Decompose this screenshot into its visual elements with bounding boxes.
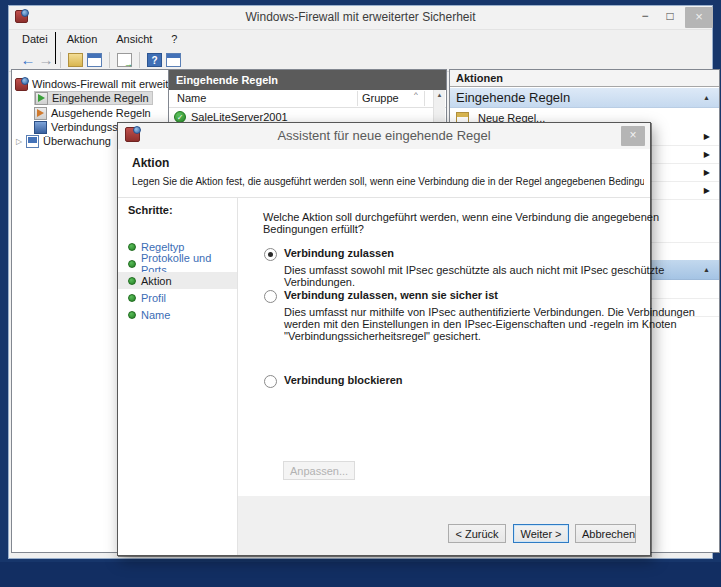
new-window-icon[interactable]: [166, 53, 181, 67]
submenu-arrow-icon: ▶: [704, 186, 710, 195]
step-label: Aktion: [141, 275, 172, 287]
wizard-footer: < Zurück Weiter > Abbrechen: [238, 496, 650, 555]
sort-indicator: ^: [414, 90, 418, 99]
wizard-content: Welche Aktion soll durchgeführt werden, …: [239, 198, 650, 496]
toolbar-separator: [60, 52, 61, 68]
tree-item-label: Überwachung: [43, 135, 111, 147]
new-inbound-rule-wizard: Assistent für neue eingehende Regel × Ak…: [117, 122, 651, 556]
actions-section-label: Eingehende Regeln: [456, 90, 570, 105]
step-bullet-icon: [128, 260, 136, 268]
rules-panel-title: Eingehende Regeln: [169, 70, 446, 90]
radio-allow-connection[interactable]: [264, 248, 277, 261]
scroll-up-icon[interactable]: ▲: [434, 92, 445, 98]
main-title-bar[interactable]: Windows-Firewall mit erweiterter Sicherh…: [9, 6, 712, 30]
tree-item-monitoring[interactable]: ▷ Überwachung: [16, 134, 111, 148]
tree-item-label: Eingehende Regeln: [52, 92, 149, 104]
radio-block-connection[interactable]: [264, 375, 277, 388]
actions-section-inbound-rules[interactable]: Eingehende Regeln ▲: [450, 88, 719, 108]
wizard-title: Assistent für neue eingehende Regel: [118, 128, 650, 143]
window-title: Windows-Firewall mit erweiterter Sicherh…: [9, 10, 712, 24]
steps-heading: Schritte:: [128, 204, 173, 216]
wizard-description: Legen Sie die Aktion fest, die ausgeführ…: [132, 176, 644, 187]
submenu-arrow-icon: ▶: [704, 168, 710, 177]
option-label: Verbindung zulassen: [284, 247, 394, 259]
console-window-icon[interactable]: [87, 53, 102, 67]
column-name[interactable]: Name: [177, 92, 206, 104]
menu-aktion[interactable]: Aktion: [67, 33, 98, 45]
step-bullet-icon: [128, 294, 136, 302]
step-name[interactable]: Name: [118, 306, 237, 323]
step-aktion-current[interactable]: Aktion: [118, 272, 237, 289]
inbound-rules-icon: [35, 92, 48, 105]
wizard-title-bar[interactable]: Assistent für neue eingehende Regel ×: [118, 123, 650, 149]
menu-bar: Datei Aktion Ansicht ?: [9, 29, 712, 48]
forward-icon[interactable]: →: [37, 52, 55, 68]
export-list-icon[interactable]: [117, 53, 132, 67]
step-label: Profil: [141, 292, 166, 304]
desktop: Windows-Firewall mit erweiterter Sicherh…: [0, 0, 721, 587]
export-icon[interactable]: [68, 53, 83, 67]
next-button[interactable]: Weiter >: [513, 524, 569, 543]
help-icon[interactable]: ?: [147, 53, 162, 67]
back-button[interactable]: < Zurück: [448, 524, 506, 543]
maximize-button[interactable]: □: [661, 6, 679, 27]
wizard-close-button[interactable]: ×: [621, 126, 645, 146]
step-bullet-icon: [128, 311, 136, 319]
tree-item-outbound-rules[interactable]: Ausgehende Regeln: [34, 106, 151, 120]
desktop-bottom-strip: [0, 562, 721, 587]
tree-root-label: Windows-Firewall mit erweitert: [32, 78, 181, 90]
option-description: Dies umfasst nur mithilfe von IPsec auth…: [284, 306, 721, 342]
option-description: Dies umfasst sowohl mit IPsec geschützte…: [284, 264, 721, 288]
submenu-arrow-icon: ▶: [704, 132, 710, 141]
column-header-row: Name Gruppe ^: [169, 90, 446, 108]
cancel-button[interactable]: Abbrechen: [575, 524, 636, 543]
menu-help[interactable]: ?: [171, 33, 177, 45]
wizard-heading: Aktion: [132, 156, 169, 170]
firewall-icon: [15, 78, 28, 91]
step-label: Name: [141, 309, 170, 321]
menu-datei[interactable]: Datei: [22, 33, 48, 45]
wizard-steps-panel: Schritte: Regeltyp Protokolle und Ports …: [118, 198, 238, 555]
tree-item-label: Ausgehende Regeln: [51, 107, 151, 119]
step-bullet-icon: [128, 243, 136, 251]
step-bullet-icon: [128, 277, 136, 285]
radio-allow-if-secure[interactable]: [264, 290, 277, 303]
option-label: Verbindung zulassen, wenn sie sicher ist: [284, 289, 498, 301]
tree-root[interactable]: Windows-Firewall mit erweitert: [15, 77, 181, 91]
toolbar-separator: [139, 52, 140, 68]
column-divider[interactable]: [357, 91, 358, 106]
wizard-question: Welche Aktion soll durchgeführt werden, …: [263, 211, 678, 235]
minimize-button[interactable]: −: [636, 6, 654, 27]
option-label: Verbindung blockieren: [284, 374, 403, 386]
submenu-arrow-icon: ▶: [704, 150, 710, 159]
customize-button[interactable]: Anpassen...: [283, 461, 355, 480]
step-profil[interactable]: Profil: [118, 289, 237, 306]
connection-security-icon: [34, 121, 47, 134]
back-icon[interactable]: ←: [19, 52, 37, 68]
close-button[interactable]: ×: [685, 7, 713, 28]
actions-panel-title: Aktionen: [450, 70, 719, 87]
expand-icon[interactable]: ▷: [16, 137, 26, 146]
collapse-icon[interactable]: ▲: [703, 88, 710, 108]
wizard-header: Aktion Legen Sie die Aktion fest, die au…: [118, 149, 650, 198]
cursor-artifact: [55, 32, 56, 64]
toolbar-separator: [109, 52, 110, 68]
column-group[interactable]: Gruppe: [362, 92, 399, 104]
monitoring-icon: [26, 135, 39, 148]
menu-ansicht[interactable]: Ansicht: [116, 33, 152, 45]
column-divider[interactable]: [424, 91, 425, 106]
step-protokolle-und-ports[interactable]: Protokolle und Ports: [118, 255, 237, 272]
outbound-rules-icon: [34, 107, 47, 120]
tree-item-inbound-rules[interactable]: Eingehende Regeln: [34, 91, 153, 105]
